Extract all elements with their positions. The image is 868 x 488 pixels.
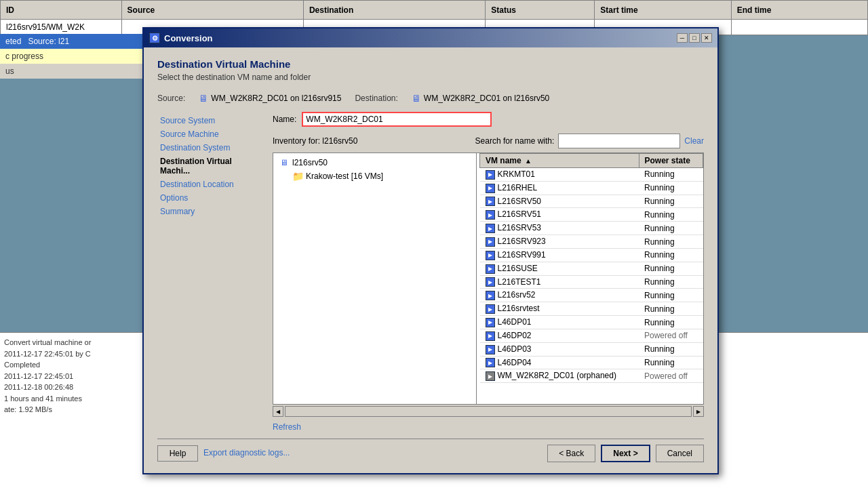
cancel-button[interactable]: Cancel (656, 445, 704, 462)
vm-status-cell: Running (639, 302, 703, 316)
vm-icon: ▶ (486, 197, 495, 206)
search-label: Search for name with: (475, 136, 555, 146)
vm-table-row[interactable]: ▶L216TEST1Running (480, 275, 703, 289)
vm-table-row[interactable]: ▶L46DP04Running (480, 356, 703, 369)
footer-right: < Back Next > Cancel (547, 445, 704, 462)
scroll-left-button[interactable]: ◀ (273, 406, 283, 417)
col-vm-name[interactable]: VM name ▲ (480, 154, 639, 168)
scroll-right-button[interactable]: ▶ (693, 406, 704, 417)
nav-options[interactable]: Options (157, 192, 266, 204)
server-icon: 🖥 (279, 157, 290, 168)
source-dest-bar: Source: 🖥 WM_W2K8R2_DC01 on l216srv915 D… (157, 93, 704, 104)
vm-icon: ▶ (486, 304, 495, 314)
vm-icon: ▶ (486, 318, 495, 327)
vm-table-row[interactable]: ▶L216SUSERunning (480, 262, 703, 275)
dialog-title-text: Conversion (164, 33, 213, 43)
vm-name-cell: ▶L216srv52 (480, 289, 639, 302)
vm-name-input[interactable] (302, 112, 492, 127)
clear-button[interactable]: Clear (684, 136, 704, 146)
dialog-controls[interactable]: ─ □ ✕ (677, 33, 712, 43)
bottom-left-text: Convert virtual machine or 2011-12-17 22… (4, 337, 142, 415)
vm-status-cell: Running (639, 248, 703, 262)
scrollbar-track[interactable] (285, 406, 692, 417)
vm-name-cell: ▶L216RHEL (480, 181, 639, 195)
vm-table-row[interactable]: ▶L216srvtestRunning (480, 302, 703, 316)
dialog-title-left: ⚙ Conversion (149, 33, 213, 43)
vm-name-cell: ▶L216SRV991 (480, 248, 639, 262)
footer-left: Help Export diagnostic logs... (157, 445, 290, 462)
vm-status-cell: Running (639, 235, 703, 249)
minimize-button[interactable]: ─ (677, 33, 688, 43)
vm-name-cell: ▶L46DP01 (480, 316, 639, 329)
vm-status-cell: Running (639, 168, 703, 182)
vm-table-row[interactable]: ▶L216SRV53Running (480, 222, 703, 235)
vm-name-cell: ▶WM_W2K8R2_DC01 (orphaned) (480, 369, 639, 383)
vm-list-pane[interactable]: VM name ▲ Power state ▶KRKMT01Running▶L2… (479, 153, 703, 404)
vm-status-cell: Running (639, 316, 703, 329)
tree-child-label: Krakow-test [16 VMs] (306, 171, 383, 181)
vm-table-row[interactable]: ▶L46DP01Running (480, 316, 703, 329)
horizontal-scrollbar[interactable]: ◀ ▶ (273, 406, 704, 417)
vm-status-cell: Running (639, 181, 703, 195)
vm-icon: ▶ (486, 291, 495, 300)
vm-table-row[interactable]: ▶L216SRV923Running (480, 235, 703, 249)
vm-name-cell: ▶L46DP03 (480, 342, 639, 356)
vm-table-row[interactable]: ▶L216SRV51Running (480, 208, 703, 222)
nav-destination-system[interactable]: Destination System (157, 142, 266, 154)
vm-table-row[interactable]: ▶WM_W2K8R2_DC01 (orphaned)Powered off (480, 369, 703, 383)
tree-root-item[interactable]: 🖥 l216srv50 (276, 156, 473, 169)
row-end (731, 20, 867, 35)
vm-icon: ▶ (486, 277, 495, 287)
dialog-heading: Destination Virtual Machine (157, 58, 704, 70)
destination-value: WM_W2K8R2_DC01 on l216srv50 (424, 94, 549, 103)
inventory-label: Inventory for: l216srv50 (273, 136, 357, 146)
source-label: Source: (157, 94, 185, 103)
col-power-state[interactable]: Power state (639, 154, 703, 168)
col-end-time: End time (731, 1, 867, 20)
close-button[interactable]: ✕ (701, 33, 712, 43)
dialog-titlebar: ⚙ Conversion ─ □ ✕ (144, 28, 717, 47)
split-pane: 🖥 l216srv50 📁 Krakow-test [16 VMs] (273, 152, 704, 405)
row-id: l216srv915/WM_W2K (1, 20, 122, 35)
search-input[interactable] (558, 134, 680, 148)
refresh-button[interactable]: Refresh (273, 422, 704, 432)
maximize-button[interactable]: □ (689, 33, 700, 43)
bottom-left-panel: Convert virtual machine or 2011-12-17 22… (0, 332, 146, 488)
vm-icon: ▶ (486, 170, 495, 180)
nav-summary[interactable]: Summary (157, 205, 266, 218)
export-logs-button[interactable]: Export diagnostic logs... (203, 445, 290, 462)
vm-table-row[interactable]: ▶L46DP02Powered off (480, 329, 703, 342)
vm-table-row[interactable]: ▶L216SRV50Running (480, 195, 703, 208)
dialog-content: Destination Virtual Machine Select the d… (144, 47, 717, 473)
tree-pane: 🖥 l216srv50 📁 Krakow-test [16 VMs] (273, 153, 477, 404)
vm-name-cell: ▶L216SRV923 (480, 235, 639, 249)
main-area: Source System Source Machine Destination… (157, 112, 704, 439)
col-start-time: Start time (595, 1, 731, 20)
nav-destination-vm[interactable]: Destination Virtual Machi... (157, 155, 266, 177)
help-button[interactable]: Help (157, 445, 198, 462)
vm-table-row[interactable]: ▶L46DP03Running (480, 342, 703, 356)
vm-table-row[interactable]: ▶KRKMT01Running (480, 168, 703, 182)
vm-name-cell: ▶L216SRV53 (480, 222, 639, 235)
conversion-dialog: ⚙ Conversion ─ □ ✕ Destination Virtual M… (142, 27, 719, 474)
vm-icon: ▶ (486, 210, 495, 220)
vm-table-row[interactable]: ▶L216RHELRunning (480, 181, 703, 195)
vm-status-cell: Running (639, 262, 703, 275)
vm-table-row[interactable]: ▶L216srv52Running (480, 289, 703, 302)
nav-destination-location[interactable]: Destination Location (157, 178, 266, 190)
vm-table-row[interactable]: ▶L216SRV991Running (480, 248, 703, 262)
vm-status-cell: Running (639, 222, 703, 235)
source-vm-icon: 🖥 (199, 93, 208, 104)
vm-table: VM name ▲ Power state ▶KRKMT01Running▶L2… (479, 153, 703, 383)
vm-status-cell: Running (639, 195, 703, 208)
next-button[interactable]: Next > (601, 445, 650, 462)
right-content: Name: Inventory for: l216srv50 Search fo… (273, 112, 704, 439)
back-button[interactable]: < Back (547, 445, 595, 462)
vm-name-cell: ▶L216srvtest (480, 302, 639, 316)
inventory-search-row: Inventory for: l216srv50 Search for name… (273, 134, 704, 148)
nav-source-machine[interactable]: Source Machine (157, 128, 266, 140)
selected-row-indicator: eted Source: l21 (0, 34, 146, 49)
nav-source-system[interactable]: Source System (157, 115, 266, 127)
tree-child-item[interactable]: 📁 Krakow-test [16 VMs] (290, 169, 473, 183)
col-id: ID (1, 1, 122, 20)
